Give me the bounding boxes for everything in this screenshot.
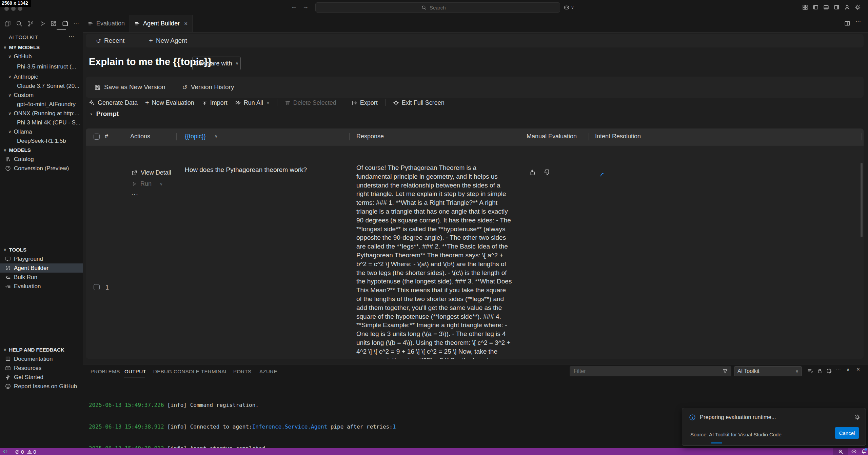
exit-full-screen-button[interactable]: Exit Full Screen bbox=[393, 99, 445, 106]
tab-agent-builder[interactable]: Agent Builder × bbox=[130, 15, 193, 32]
zoom-status-button[interactable] bbox=[833, 448, 848, 455]
sidebar-item-evaluation[interactable]: Evaluation bbox=[0, 282, 83, 291]
filter-input[interactable] bbox=[573, 368, 723, 375]
panel-tab-terminal[interactable]: TERMINAL bbox=[201, 369, 228, 374]
section-help-and-feedback[interactable]: ∨ HELP AND FEEDBACK bbox=[0, 345, 83, 354]
tree-item-phi3mini[interactable]: Phi 3 Mini 4K (CPU - S... bbox=[0, 118, 83, 127]
column-divider[interactable] bbox=[176, 133, 177, 140]
search-view-icon[interactable] bbox=[16, 20, 22, 27]
export-button[interactable]: Export bbox=[352, 99, 378, 106]
source-control-icon[interactable] bbox=[27, 20, 34, 27]
split-editor-button[interactable] bbox=[844, 20, 850, 26]
tab-evaluation[interactable]: Evaluation bbox=[83, 15, 130, 32]
window-zoom-button[interactable] bbox=[18, 6, 22, 11]
tree-item-onnx[interactable]: ∨ONNX (Running at http:... bbox=[0, 109, 83, 118]
tree-item-custom[interactable]: ∨Custom bbox=[0, 91, 83, 100]
sidebar-more-actions-icon[interactable]: ··· bbox=[68, 33, 74, 40]
search-input[interactable] bbox=[429, 4, 454, 11]
settings-button[interactable] bbox=[855, 4, 861, 10]
problems-status[interactable]: 0 0 bbox=[15, 449, 36, 455]
extensions-icon[interactable] bbox=[51, 20, 57, 27]
panel-tab-azure[interactable]: AZURE bbox=[259, 369, 277, 374]
tree-item-anthropic[interactable]: ∨Anthropic bbox=[0, 72, 83, 81]
tree-item-gpt4omini[interactable]: gpt-4o-mini_AIFoundry bbox=[0, 100, 83, 109]
copilot-status-button[interactable] bbox=[851, 449, 857, 454]
table-scrollbar[interactable] bbox=[861, 163, 863, 237]
output-settings-button[interactable] bbox=[826, 368, 832, 374]
select-all-checkbox[interactable] bbox=[94, 134, 100, 140]
cancel-button[interactable]: Cancel bbox=[835, 427, 859, 439]
window-minimize-button[interactable] bbox=[11, 6, 16, 11]
section-tools[interactable]: ∨ TOOLS bbox=[0, 245, 83, 254]
more-views-icon[interactable]: ··· bbox=[74, 21, 79, 27]
thumbs-down-icon[interactable] bbox=[544, 169, 551, 176]
explorer-icon[interactable] bbox=[4, 20, 11, 27]
notifications-bell-button[interactable] bbox=[861, 449, 866, 454]
customize-layout-button[interactable] bbox=[802, 4, 808, 10]
response-cell: Of course! The Pythagorean Theorem is a … bbox=[356, 163, 513, 359]
toggle-secondary-sidebar-button[interactable] bbox=[834, 4, 840, 10]
sidebar-item-bulk-run[interactable]: Bulk Run bbox=[0, 273, 83, 282]
topic-dropdown-icon[interactable]: ∨ bbox=[215, 134, 218, 139]
close-icon[interactable]: × bbox=[184, 20, 188, 27]
save-as-new-version-button[interactable]: Save as New Version bbox=[94, 83, 165, 91]
import-button[interactable]: Import bbox=[202, 99, 228, 106]
nav-forward-icon[interactable]: → bbox=[302, 3, 309, 10]
maximize-panel-button[interactable]: ∧ bbox=[846, 367, 850, 372]
close-panel-button[interactable]: × bbox=[856, 366, 860, 373]
tree-item-claude[interactable]: Claude 3.7 Sonnet (20... bbox=[0, 81, 83, 91]
column-divider[interactable] bbox=[519, 133, 519, 140]
thumbs-up-icon[interactable] bbox=[529, 169, 536, 176]
nav-back-icon[interactable]: ← bbox=[291, 3, 297, 10]
row-checkbox[interactable] bbox=[94, 284, 100, 290]
row-more-actions-button[interactable]: ··· bbox=[131, 191, 138, 198]
run-all-dropdown[interactable]: ∨ bbox=[267, 100, 270, 105]
tree-item-conversion[interactable]: Conversion (Preview) bbox=[0, 164, 83, 173]
tree-item-github[interactable]: ∨GitHub bbox=[0, 52, 83, 61]
tree-item-catalog[interactable]: Catalog bbox=[0, 155, 83, 164]
tree-item-phi35[interactable]: Phi-3.5-mini instruct (... bbox=[0, 61, 83, 72]
column-divider[interactable] bbox=[349, 133, 350, 140]
section-models[interactable]: ∨ MODELS bbox=[0, 145, 83, 155]
sidebar-item-playground[interactable]: Playground bbox=[0, 254, 83, 263]
run-debug-icon[interactable] bbox=[39, 20, 45, 27]
view-detail-button[interactable]: View Detail bbox=[131, 169, 171, 176]
generate-data-button[interactable]: Generate Data bbox=[89, 99, 138, 106]
sidebar-item-get-started[interactable]: Get Started bbox=[0, 373, 83, 382]
toggle-primary-sidebar-button[interactable] bbox=[813, 4, 818, 10]
run-all-button[interactable]: Run All bbox=[235, 99, 263, 106]
column-divider[interactable] bbox=[589, 133, 589, 140]
sidebar-item-documentation[interactable]: Documentation bbox=[0, 354, 83, 363]
lock-scrolling-button[interactable] bbox=[817, 368, 823, 374]
window-close-button[interactable] bbox=[4, 6, 9, 11]
ai-toolkit-icon[interactable] bbox=[62, 20, 68, 27]
panel-tab-ports[interactable]: PORTS bbox=[233, 369, 251, 374]
new-agent-button[interactable]: + New Agent bbox=[149, 37, 187, 45]
recent-button[interactable]: ↺ Recent bbox=[96, 37, 124, 44]
sidebar-item-resources[interactable]: Resources bbox=[0, 363, 83, 373]
column-divider[interactable] bbox=[121, 133, 121, 140]
section-my-models[interactable]: ∨ MY MODELS bbox=[0, 43, 83, 52]
command-center-search[interactable] bbox=[315, 2, 560, 13]
column-header-topic[interactable]: {{topic}} bbox=[185, 133, 206, 140]
tree-item-deepseek[interactable]: DeepSeek-R1:1.5b bbox=[0, 136, 83, 145]
panel-tab-debug-console[interactable]: DEBUG CONSOLE bbox=[153, 369, 199, 374]
tree-item-ollama[interactable]: ∨Ollama bbox=[0, 127, 83, 136]
editor-more-actions-button[interactable]: ··· bbox=[855, 18, 861, 24]
copilot-menu-button[interactable]: ∨ bbox=[564, 4, 574, 11]
compare-with-button[interactable]: Compare with ∨ bbox=[192, 57, 241, 70]
new-evaluation-button[interactable]: + New Evaluation bbox=[145, 99, 194, 107]
remote-indicator[interactable] bbox=[3, 449, 8, 454]
sidebar-item-report-issues[interactable]: Report Issues on GitHub bbox=[0, 382, 83, 391]
toggle-panel-button[interactable] bbox=[823, 4, 829, 10]
account-button[interactable] bbox=[844, 4, 850, 10]
column-divider[interactable] bbox=[862, 133, 862, 140]
prompt-section-toggle[interactable]: › Prompt bbox=[90, 110, 119, 118]
panel-tab-problems[interactable]: PROBLEMS bbox=[91, 369, 120, 374]
panel-tab-output[interactable]: OUTPUT bbox=[124, 369, 146, 374]
sidebar-item-agent-builder[interactable]: Agent Builder bbox=[0, 263, 83, 273]
clear-output-button[interactable] bbox=[807, 368, 813, 374]
gear-icon[interactable] bbox=[854, 414, 860, 420]
panel-more-actions-button[interactable]: ··· bbox=[836, 367, 841, 372]
version-history-button[interactable]: ↺ Version History bbox=[182, 83, 234, 91]
